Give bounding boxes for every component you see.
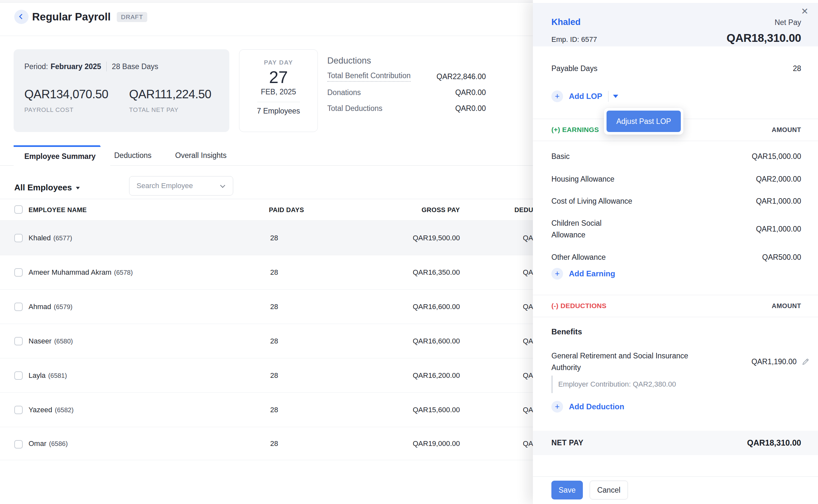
adjust-past-lop-button[interactable]: Adjust Past LOP <box>607 111 681 132</box>
row-checkbox[interactable] <box>14 406 23 414</box>
search-employee-input[interactable] <box>137 176 214 195</box>
deduction-label: General Retirement and Social Insurance … <box>551 350 714 373</box>
period-summary-card: Period: February 2025 28 Base Days QAR13… <box>14 49 229 132</box>
employer-contribution-note: Employer Contribution: QAR2,380.00 <box>551 376 676 393</box>
payroll-cost-label: PAYROLL COST <box>24 106 108 114</box>
gross-pay-cell: QAR16,350.00 <box>373 255 460 290</box>
tab-overall-insights[interactable]: Overall Insights <box>175 145 227 166</box>
plus-icon: + <box>551 401 563 413</box>
employee-name-cell: Omar(6586) <box>29 427 68 460</box>
gross-pay-cell: QAR16,200.00 <box>373 358 460 393</box>
edit-pencil-icon[interactable] <box>801 357 810 366</box>
lop-caret-icon[interactable] <box>613 95 618 98</box>
earning-amount: QAR1,000.00 <box>756 225 801 234</box>
payday-card: PAY DAY 27 FEB, 2025 7 Employees <box>239 49 318 132</box>
close-icon[interactable]: ✕ <box>799 6 810 17</box>
row-checkbox[interactable] <box>14 337 23 345</box>
payable-days-row: Payable Days 28 <box>551 63 801 74</box>
payable-days-value: 28 <box>793 64 801 73</box>
plus-icon: + <box>551 268 563 280</box>
employee-name-cell: Layla(6581) <box>29 358 67 393</box>
deduction-row: General Retirement and Social Insurance … <box>551 350 810 373</box>
earning-row: Other Allowance QAR500.00 <box>551 251 801 263</box>
period-value: February 2025 <box>51 62 101 71</box>
benefits-subheading: Benefits <box>551 327 582 336</box>
back-chevron-icon <box>19 14 25 19</box>
column-header-employee-name: EMPLOYEE NAME <box>29 199 87 221</box>
earning-amount: QAR500.00 <box>762 253 801 262</box>
row-checkbox[interactable] <box>14 371 23 380</box>
footer-divider <box>533 476 818 477</box>
period-label: Period: <box>24 62 48 71</box>
deductions-summary-row: Total Benefit Contribution QAR22,846.00 <box>327 71 486 82</box>
net-pay-value: QAR18,310.00 <box>727 31 801 44</box>
add-deduction-button[interactable]: + Add Deduction <box>551 401 624 413</box>
status-badge: DRAFT <box>117 12 147 22</box>
period-separator <box>106 62 107 71</box>
paid-days-cell: 28 <box>270 427 278 460</box>
row-checkbox[interactable] <box>14 268 23 277</box>
page-title: Regular Payroll <box>32 9 111 25</box>
tab-deductions[interactable]: Deductions <box>114 145 151 166</box>
earning-row: Children Social Allowance QAR1,000.00 <box>551 217 801 241</box>
total-benefit-contribution-value: QAR22,846.00 <box>437 72 486 81</box>
select-all-checkbox[interactable] <box>14 205 23 214</box>
section-divider <box>533 295 818 295</box>
add-earning-button[interactable]: + Add Earning <box>551 268 615 280</box>
amount-header-label: AMOUNT <box>772 126 801 134</box>
panel-header: Khaled Net Pay Emp. ID: 6577 QAR18,310.0… <box>533 3 818 46</box>
gross-pay-cell: QAR19,000.00 <box>373 427 460 460</box>
section-divider <box>533 317 818 317</box>
total-deductions-value: QAR0.00 <box>455 104 486 113</box>
deductions-header-label: (-) DEDUCTIONS <box>551 302 607 310</box>
employee-name-cell: Naseer(6580) <box>29 324 73 358</box>
add-deduction-label: Add Deduction <box>569 402 624 411</box>
employee-name-cell: Yazeed(6582) <box>29 393 74 427</box>
gross-pay-cell: QAR19,500.00 <box>373 221 460 255</box>
earning-label: Cost of Living Allowance <box>551 195 632 207</box>
paid-days-cell: 28 <box>270 324 278 358</box>
earning-amount: QAR2,000.00 <box>756 175 801 184</box>
back-button[interactable] <box>14 10 29 24</box>
earning-amount: QAR15,000.00 <box>752 152 801 161</box>
payroll-run-page: Regular Payroll DRAFT Period: February 2… <box>0 0 818 504</box>
row-checkbox[interactable] <box>14 234 23 242</box>
add-lop-label: Add LOP <box>569 92 602 101</box>
all-employees-dropdown[interactable]: All Employees <box>14 177 80 198</box>
period-line: Period: February 2025 28 Base Days <box>24 62 158 71</box>
payday-month-year: FEB, 2025 <box>239 88 318 96</box>
row-checkbox[interactable] <box>14 303 23 311</box>
donations-value: QAR0.00 <box>455 88 486 97</box>
earnings-header-label: (+) EARNINGS <box>551 126 599 134</box>
payroll-cost-value: QAR134,070.50 <box>24 88 108 101</box>
donations-label: Donations <box>327 88 361 97</box>
add-lop-control[interactable]: + Add LOP <box>551 90 618 102</box>
earning-row: Cost of Living Allowance QAR1,000.00 <box>551 195 801 207</box>
cancel-button[interactable]: Cancel <box>590 481 628 499</box>
plus-icon: + <box>551 90 563 102</box>
section-divider <box>533 141 818 141</box>
column-header-paid-days: PAID DAYS <box>269 199 304 221</box>
net-pay-row-label: NET PAY <box>551 438 583 447</box>
gross-pay-cell: QAR15,600.00 <box>373 393 460 427</box>
earning-label: Basic <box>551 150 570 162</box>
tab-employee-summary[interactable]: Employee Summary <box>14 145 111 166</box>
employee-name-link[interactable]: Khaled <box>551 17 581 27</box>
payday-employee-count: 7 Employees <box>239 107 318 115</box>
earning-amount: QAR1,000.00 <box>756 197 801 206</box>
add-lop-dropdown-popup: Adjust Past LOP <box>604 108 683 135</box>
earning-label: Children Social Allowance <box>551 217 620 241</box>
earning-label: Housing Allowance <box>551 173 614 185</box>
deductions-summary-row: Total Deductions QAR0.00 <box>327 103 486 114</box>
total-benefit-contribution-label[interactable]: Total Benefit Contribution <box>327 71 411 82</box>
paid-days-cell: 28 <box>270 290 278 324</box>
net-pay-label: Net Pay <box>775 18 801 27</box>
save-button[interactable]: Save <box>551 481 583 499</box>
net-pay-row-value: QAR18,310.00 <box>747 438 801 448</box>
earning-label: Other Allowance <box>551 251 606 263</box>
payable-days-label: Payable Days <box>551 64 597 73</box>
split-button-divider <box>608 91 608 102</box>
row-checkbox[interactable] <box>14 440 23 449</box>
base-days: 28 Base Days <box>112 62 158 71</box>
search-employee-combobox[interactable] <box>129 176 233 196</box>
